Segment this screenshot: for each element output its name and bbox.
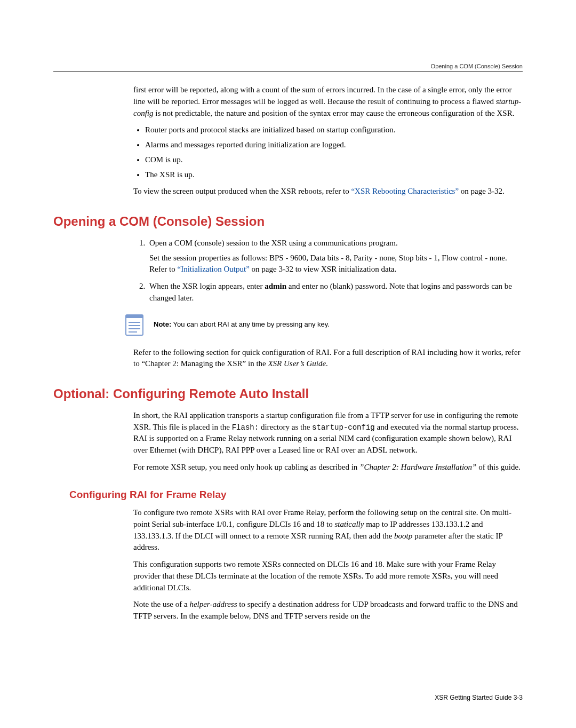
closing-b: on page 3-32. (459, 187, 505, 195)
rai-p2-italic: ”Chapter 2: Hardware Installation” (359, 463, 476, 471)
svg-rect-1 (126, 315, 143, 318)
init-output-link[interactable]: “Initialization Output” (177, 265, 249, 273)
note-icon (124, 313, 145, 337)
list-item: Open a COM (console) session to the XSR … (147, 238, 523, 275)
step1-sub: Set the session properties as follows: B… (149, 252, 523, 276)
note-text: Note: You can abort RAI at any time by p… (154, 320, 330, 329)
list-item: When the XSR login appears, enter admin … (147, 281, 523, 304)
fr-p3: Note the use of a helper-address to spec… (133, 599, 523, 622)
rai-p2: For remote XSR setup, you need only hook… (133, 462, 523, 473)
intro-bullets: Router ports and protocol stacks are ini… (133, 124, 523, 180)
rai-p1: In short, the RAI application transports… (133, 410, 523, 456)
xsr-reboot-link[interactable]: “XSR Rebooting Characteristics” (351, 187, 459, 195)
section-config-frame-relay: Configuring RAI for Frame Relay (69, 487, 523, 502)
rai-p2b: of this guide. (476, 463, 521, 471)
fr-p3-italic: helper-address (189, 600, 237, 608)
fr-p1-italic2: bootp (394, 532, 412, 540)
after-note-italic: XSR User’s Guide (268, 359, 326, 368)
bullet-item: COM is up. (145, 154, 523, 166)
mono-startup-config: startup-config (312, 423, 375, 432)
intro-paragraph: first error will be reported, along with… (133, 84, 523, 119)
note-label: Note: (154, 320, 171, 328)
intro-closing: To view the screen output produced when … (133, 186, 523, 197)
com-steps: Open a COM (console) session to the XSR … (133, 238, 523, 304)
fr-p1-italic1: statically (334, 520, 364, 528)
closing-a: To view the screen output produced when … (133, 187, 351, 195)
fr-p2: This configuration supports two remote X… (133, 559, 523, 594)
bullet-item: Router ports and protocol stacks are ini… (145, 124, 523, 136)
intro-text-a: first error will be reported, along with… (133, 85, 512, 106)
note-body: You can abort RAI at any time by pressin… (171, 320, 330, 328)
after-note-b: . (326, 359, 328, 368)
intro-text-b: is not predictable, the nature and posit… (154, 109, 515, 117)
running-header: Opening a COM (Console) Session (431, 63, 523, 69)
fr-p3a: Note the use of a (133, 600, 189, 608)
step2-bold: admin (265, 282, 286, 290)
page-footer: XSR Getting Started Guide 3-3 (435, 694, 523, 701)
rai-p1b: directory as the (259, 423, 312, 431)
header-rule (53, 72, 523, 72)
rai-p2a: For remote XSR setup, you need only hook… (133, 463, 359, 471)
note-box: Note: You can abort RAI at any time by p… (124, 313, 523, 337)
section-optional-rai: Optional: Configuring Remote Auto Instal… (53, 385, 523, 403)
bullet-item: The XSR is up. (145, 169, 523, 181)
step1-sub-b: on page 3-32 to view XSR initialization … (250, 265, 396, 273)
step2-pre: When the XSR login appears, enter (149, 282, 265, 290)
after-note: Refer to the following section for quick… (133, 347, 523, 370)
body-content: first error will be reported, along with… (133, 84, 523, 622)
section-opening-com: Opening a COM (Console) Session (53, 212, 523, 231)
fr-p1: To configure two remote XSRs with RAI ov… (133, 507, 523, 553)
mono-flash: Flash: (232, 423, 259, 432)
step1-text: Open a COM (console) session to the XSR … (149, 239, 398, 247)
bullet-item: Alarms and messages reported during init… (145, 139, 523, 151)
